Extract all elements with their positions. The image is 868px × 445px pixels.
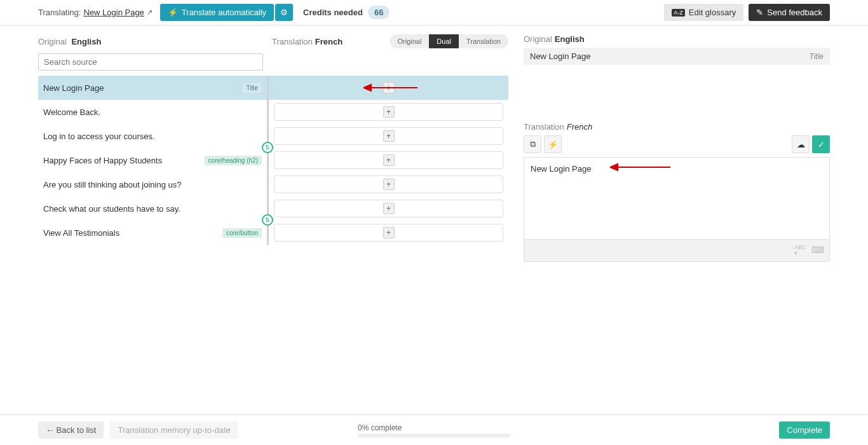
source-text: Happy Faces of Happy Students <box>43 156 202 165</box>
spellcheck-icon[interactable]: ABC▾ <box>794 245 806 256</box>
detail-translation-lang: French <box>567 122 592 132</box>
add-translation-button[interactable]: + <box>383 154 395 166</box>
bolt-icon: ⚡ <box>548 140 558 149</box>
source-text: View All Testimonials <box>43 228 220 238</box>
table-row[interactable]: Happy Faces of Happy Studentscore/headin… <box>38 148 508 172</box>
translation-cell[interactable]: + <box>274 127 503 145</box>
glossary-label: Edit glossary <box>689 8 736 17</box>
table-row[interactable]: New Login PageTitle+ <box>38 76 508 100</box>
glossary-icon: A-Z <box>672 9 685 17</box>
table-row[interactable]: Welcome Back.+ <box>38 100 508 124</box>
auto-translate-one-button[interactable]: ⚡ <box>544 135 562 153</box>
add-translation-button[interactable]: + <box>383 179 395 190</box>
approve-button[interactable]: ✓ <box>812 135 830 153</box>
translation-editor[interactable]: New Login Page <box>524 157 830 240</box>
translate-auto-button[interactable]: ⚡ Translate automatically <box>160 4 274 21</box>
cloud-button[interactable]: ☁ <box>792 135 810 153</box>
original-col-label: Original <box>38 37 67 46</box>
bolt-icon: ⚡ <box>168 8 178 17</box>
add-translation-button[interactable]: + <box>383 130 395 142</box>
view-translation[interactable]: Translation <box>459 34 508 48</box>
source-text: Log in to access your courses. <box>43 132 262 141</box>
link-icon[interactable]: ⇅ <box>262 214 273 226</box>
link-icon[interactable]: ⇅ <box>262 142 273 153</box>
svg-marker-3 <box>610 164 618 170</box>
external-link-icon[interactable]: ↗ <box>147 8 153 17</box>
credits-badge: 66 <box>368 6 390 19</box>
add-translation-button[interactable]: + <box>383 82 395 93</box>
view-dual[interactable]: Dual <box>429 34 459 48</box>
original-col-lang: English <box>71 37 101 46</box>
search-input[interactable] <box>38 53 263 71</box>
copy-source-button[interactable]: ⧉ <box>524 135 541 153</box>
copy-icon: ⧉ <box>530 139 536 149</box>
translate-auto-label: Translate automatically <box>182 8 266 17</box>
type-tag: core/heading (h2) <box>205 156 262 165</box>
page-link[interactable]: New Login Page <box>83 8 144 17</box>
translation-col-lang: French <box>315 37 342 46</box>
view-mode-segment: Original Dual Translation <box>390 34 508 48</box>
keyboard-icon[interactable]: ⌨ <box>811 245 824 256</box>
source-text: Check what our students have to say. <box>43 204 262 214</box>
add-translation-button[interactable]: + <box>383 106 395 118</box>
view-original[interactable]: Original <box>390 34 429 48</box>
feedback-label: Send feedback <box>767 8 822 17</box>
pencil-icon: ✎ <box>756 8 763 17</box>
top-toolbar: Translating: New Login Page ↗ ⚡ Translat… <box>0 0 868 25</box>
source-text: Welcome Back. <box>43 107 262 117</box>
detail-original-text: New Login Page <box>530 51 809 61</box>
table-row[interactable]: Log in to access your courses.⇅+ <box>38 124 508 148</box>
credits-label: Credits needed <box>303 8 363 17</box>
check-icon: ✓ <box>818 140 825 149</box>
translation-cell[interactable]: + <box>274 79 503 97</box>
editor-toolbar: ⧉ ⚡ ☁ ✓ <box>524 135 830 153</box>
translation-cell[interactable]: + <box>274 224 503 242</box>
gear-icon: ⚙ <box>280 8 288 17</box>
source-text: Are you still thinking about joining us? <box>43 180 262 189</box>
detail-translation-label: Translation <box>524 122 564 132</box>
add-translation-button[interactable]: + <box>383 227 395 238</box>
detail-original-label: Original <box>524 34 552 44</box>
type-tag: core/button <box>222 228 262 238</box>
table-row[interactable]: Check what our students have to say.⇅+ <box>38 196 508 221</box>
detail-original-tag: Title <box>809 52 824 61</box>
translation-cell[interactable]: + <box>274 103 503 121</box>
translation-cell[interactable]: + <box>274 175 503 193</box>
translation-cell[interactable]: + <box>274 200 503 217</box>
detail-original-box: New Login Page Title <box>524 48 830 65</box>
table-row[interactable]: View All Testimonialscore/button+ <box>38 221 508 245</box>
translating-label: Translating: <box>38 8 81 17</box>
translate-settings-button[interactable]: ⚙ <box>275 4 293 21</box>
detail-panel: Original English New Login Page Title Tr… <box>524 34 830 262</box>
edit-glossary-button[interactable]: A-Z Edit glossary <box>664 4 743 21</box>
editor-footer: ABC▾ ⌨ <box>524 240 830 262</box>
cloud-icon: ☁ <box>797 140 805 149</box>
editor-text: New Login Page <box>531 164 591 174</box>
detail-original-lang: English <box>555 34 585 44</box>
source-text: New Login Page <box>43 83 240 93</box>
translation-cell[interactable]: + <box>274 151 503 169</box>
table-row[interactable]: Are you still thinking about joining us?… <box>38 172 508 196</box>
strings-panel: Original English Translation French Orig… <box>38 34 508 262</box>
add-translation-button[interactable]: + <box>383 203 395 214</box>
type-tag: Title <box>242 83 262 93</box>
translation-col-label: Translation <box>272 37 313 46</box>
send-feedback-button[interactable]: ✎ Send feedback <box>749 4 830 21</box>
svg-marker-1 <box>363 85 371 91</box>
annotation-arrow-icon <box>610 163 674 172</box>
